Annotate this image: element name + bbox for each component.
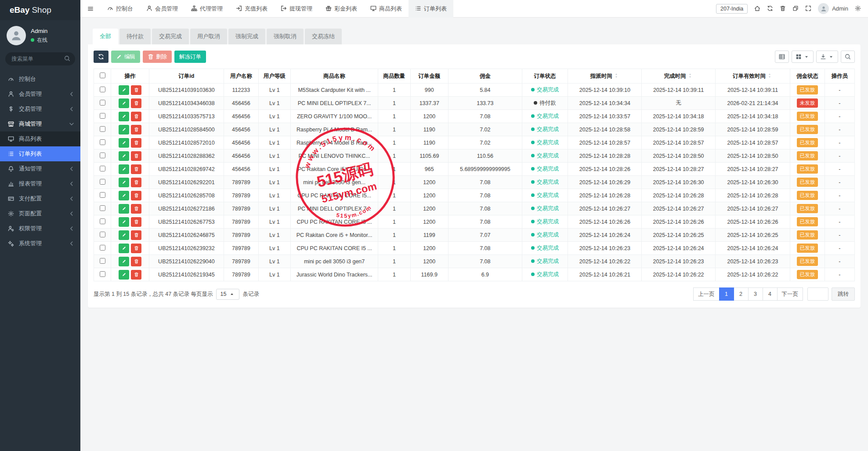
row-delete-button[interactable] — [131, 217, 141, 227]
home-icon[interactable] — [754, 5, 760, 12]
sort-icon[interactable] — [613, 73, 619, 79]
search-toggle-button[interactable] — [841, 51, 855, 63]
unfreeze-order-button[interactable]: 解冻订单 — [174, 51, 206, 63]
next-page-button[interactable]: 下一页 — [777, 287, 803, 301]
row-delete-button[interactable] — [131, 270, 141, 280]
row-delete-button[interactable] — [131, 112, 141, 121]
header-product-name[interactable]: 商品名称 — [291, 69, 378, 84]
admin-menu[interactable]: Admin — [818, 3, 848, 14]
header-quantity[interactable]: 商品数量 — [378, 69, 410, 84]
toggle-view-button[interactable] — [775, 51, 789, 63]
row-edit-button[interactable] — [119, 270, 129, 280]
row-delete-button[interactable] — [131, 98, 141, 108]
row-delete-button[interactable] — [131, 257, 141, 266]
jump-button[interactable]: 跳转 — [832, 287, 855, 301]
row-edit-button[interactable] — [119, 257, 129, 266]
row-delete-button[interactable] — [131, 125, 141, 135]
row-delete-button[interactable] — [131, 164, 141, 174]
sidebar-item-system[interactable]: 系统管理 — [0, 236, 80, 251]
columns-button[interactable] — [792, 51, 814, 63]
page-3-button[interactable]: 3 — [748, 287, 763, 301]
topnav-dashboard[interactable]: 控制台 — [101, 0, 140, 18]
tab-frozen[interactable]: 交易冻结 — [305, 29, 342, 44]
topnav-recharge[interactable]: 充值列表 — [229, 0, 274, 18]
tab-done[interactable]: 交易完成 — [152, 29, 189, 44]
row-delete-button[interactable] — [131, 138, 141, 148]
row-checkbox[interactable] — [100, 218, 105, 224]
row-edit-button[interactable] — [119, 125, 129, 135]
header-amount[interactable]: 订单金额 — [410, 69, 448, 84]
row-edit-button[interactable] — [119, 191, 129, 200]
row-checkbox[interactable] — [100, 245, 105, 251]
sidebar-item-transactions[interactable]: 交易管理 — [0, 102, 80, 116]
per-page-select[interactable]: 15 — [216, 289, 240, 300]
sort-icon[interactable] — [687, 73, 693, 79]
sidebar-item-notifications[interactable]: 通知管理 — [0, 161, 80, 176]
prev-page-button[interactable]: 上一页 — [693, 287, 720, 301]
row-delete-button[interactable] — [131, 191, 141, 200]
row-checkbox[interactable] — [100, 126, 105, 132]
row-checkbox[interactable] — [100, 113, 105, 119]
row-checkbox[interactable] — [100, 139, 105, 145]
header-assign-time[interactable]: 指派时间 — [568, 69, 642, 84]
select-all-checkbox[interactable] — [100, 73, 105, 78]
export-button[interactable] — [816, 51, 838, 63]
sidebar-item-products[interactable]: 商品列表 — [0, 131, 80, 146]
row-delete-button[interactable] — [131, 230, 141, 240]
edit-button[interactable]: 编辑 — [111, 51, 140, 63]
topnav-agents[interactable]: 代理管理 — [184, 0, 229, 18]
sidebar-item-dashboard[interactable]: 控制台 — [0, 72, 80, 87]
sidebar-toggle-button[interactable] — [80, 0, 101, 18]
row-checkbox[interactable] — [100, 166, 105, 171]
tab-force-done[interactable]: 强制完成 — [228, 29, 265, 44]
sidebar-item-orders[interactable]: 订单列表 — [0, 146, 80, 161]
sort-icon[interactable] — [767, 73, 773, 79]
row-edit-button[interactable] — [119, 230, 129, 240]
delete-button[interactable]: 删除 — [143, 51, 172, 63]
tab-all[interactable]: 全部 — [93, 29, 118, 44]
header-user-level[interactable]: 用户等级 — [258, 69, 290, 84]
row-checkbox[interactable] — [100, 258, 105, 264]
sidebar-item-reports[interactable]: 报表管理 — [0, 176, 80, 191]
header-finish-time[interactable]: 完成时间 — [642, 69, 716, 84]
sidebar-item-payment[interactable]: 支付配置 — [0, 191, 80, 206]
header-operator[interactable]: 操作员 — [825, 69, 854, 84]
page-1-button[interactable]: 1 — [719, 287, 734, 301]
row-edit-button[interactable] — [119, 217, 129, 227]
row-edit-button[interactable] — [119, 178, 129, 187]
header-commission-status[interactable]: 佣金状态 — [790, 69, 825, 84]
topnav-orders[interactable]: 订单列表 — [409, 0, 453, 18]
row-delete-button[interactable] — [131, 244, 141, 253]
row-checkbox[interactable] — [100, 232, 105, 237]
trash-icon[interactable] — [780, 5, 786, 12]
row-delete-button[interactable] — [131, 151, 141, 161]
page-2-button[interactable]: 2 — [734, 287, 749, 301]
row-checkbox[interactable] — [100, 192, 105, 198]
fullscreen-icon[interactable] — [805, 5, 811, 12]
row-checkbox[interactable] — [100, 153, 105, 158]
tab-user-cancel[interactable]: 用户取消 — [190, 29, 227, 44]
row-edit-button[interactable] — [119, 151, 129, 161]
row-delete-button[interactable] — [131, 85, 141, 95]
row-edit-button[interactable] — [119, 98, 129, 108]
jump-page-input[interactable] — [807, 287, 828, 301]
header-actions[interactable]: 操作 — [111, 69, 149, 84]
app-logo[interactable]: eBay Shop — [0, 0, 80, 20]
row-edit-button[interactable] — [119, 112, 129, 121]
row-edit-button[interactable] — [119, 164, 129, 174]
topnav-members[interactable]: 会员管理 — [140, 0, 184, 18]
topnav-withdraw[interactable]: 提现管理 — [274, 0, 319, 18]
topnav-prize[interactable]: 彩金列表 — [319, 0, 364, 18]
row-checkbox[interactable] — [100, 271, 105, 277]
refresh-button[interactable] — [94, 51, 108, 63]
tab-pending-pay[interactable]: 待付款 — [119, 29, 151, 44]
tab-force-cancel[interactable]: 强制取消 — [267, 29, 304, 44]
header-username[interactable]: 用户名称 — [224, 69, 259, 84]
row-delete-button[interactable] — [131, 204, 141, 214]
row-edit-button[interactable] — [119, 138, 129, 148]
row-edit-button[interactable] — [119, 204, 129, 214]
sidebar-item-mall[interactable]: 商城管理 — [0, 116, 80, 131]
row-edit-button[interactable] — [119, 244, 129, 253]
row-checkbox[interactable] — [100, 87, 105, 92]
row-checkbox[interactable] — [100, 100, 105, 105]
